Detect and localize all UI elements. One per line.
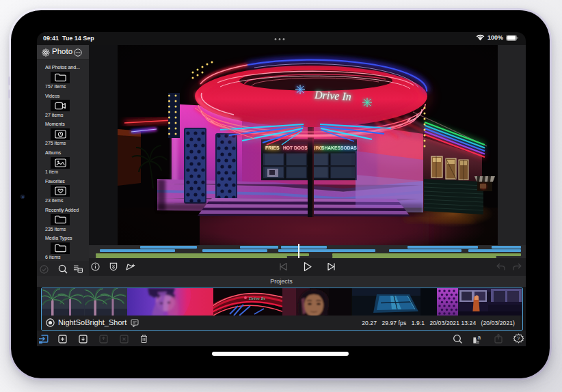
svg-text:a: a bbox=[478, 334, 481, 341]
svg-text:Drive In: Drive In bbox=[248, 296, 265, 301]
svg-text:?: ? bbox=[517, 335, 520, 341]
